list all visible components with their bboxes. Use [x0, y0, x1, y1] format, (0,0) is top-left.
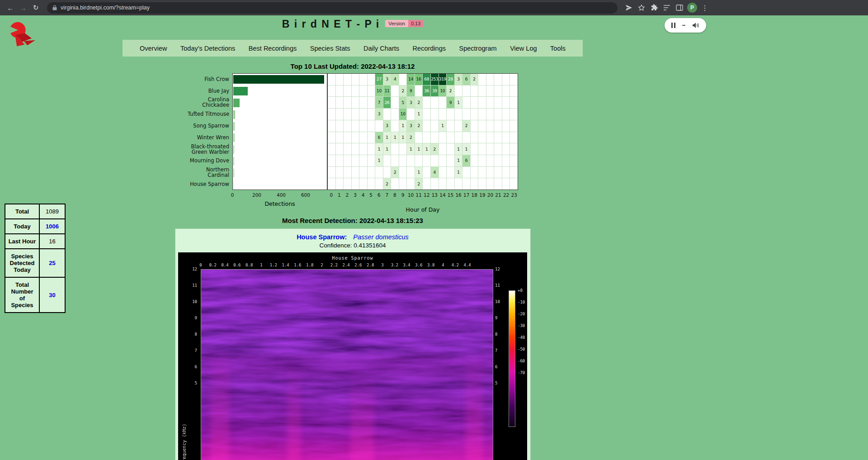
back-button[interactable]: ←: [5, 2, 16, 14]
bar-northern-cardinal: [233, 169, 234, 177]
menu-dots-icon[interactable]: ⋮: [699, 2, 711, 14]
heatmap-cell: [344, 155, 351, 166]
species-latin-link[interactable]: Passer domesticus: [353, 233, 409, 241]
heatmap-cell: [328, 74, 335, 85]
version-badge[interactable]: Version 0.13: [385, 20, 423, 27]
heatmap-cell: 4: [391, 74, 399, 85]
spec-ytick: 10: [178, 299, 197, 304]
bar-xtick: 0: [231, 192, 234, 198]
nav-item-tools[interactable]: Tools: [546, 43, 570, 54]
volume-slider[interactable]: [682, 25, 685, 26]
speaker-icon[interactable]: [692, 22, 699, 28]
heatmap-cell: 319: [439, 74, 447, 85]
heatmap-cell: [494, 74, 502, 85]
address-bar[interactable]: virginia.birdnetpi.com/?stream=play: [47, 2, 618, 14]
nav-item-daily-charts[interactable]: Daily Charts: [359, 43, 404, 54]
heatmap-cell: [494, 167, 502, 178]
heatmap-cell: [502, 155, 510, 166]
nav-item-recordings[interactable]: Recordings: [408, 43, 450, 54]
side-panel-icon[interactable]: [674, 2, 685, 14]
heat-xtick: 21: [495, 192, 501, 198]
nav-item-spectrogram[interactable]: Spectrogram: [455, 43, 501, 54]
bar-house-sparrow: [233, 180, 234, 189]
nav-item-view-log[interactable]: View Log: [505, 43, 541, 54]
heatmap-cell: [344, 85, 351, 97]
bar-blue-jay: [233, 87, 248, 95]
heatmap-cell: 1: [399, 120, 407, 132]
stats-table: Total1089Today1006Last Hour16Species Det…: [5, 204, 66, 313]
heatmap-cell: [368, 178, 375, 190]
nav-item-best-recordings[interactable]: Best Recordings: [244, 43, 301, 54]
spec-ytick: 8: [495, 332, 507, 337]
spec-xtick: 3.8: [427, 263, 434, 267]
spec-ytick: 7: [495, 348, 507, 353]
heatmap-cell: 6: [462, 74, 470, 85]
bookmark-star-icon[interactable]: [636, 2, 647, 14]
colorbar-tick: -50: [518, 347, 525, 351]
spec-ytick: 6: [495, 365, 507, 369]
spec-xtick: 2.8: [367, 263, 374, 267]
heatmap-cell: [502, 178, 510, 190]
heatmap-cell: [431, 155, 439, 166]
most-recent-heading: Most Recent Detection: 2022-04-13 18:15:…: [0, 217, 705, 224]
nav-item-today-s-detections[interactable]: Today's Detections: [176, 43, 240, 54]
heatmap-cell: 1: [415, 109, 423, 120]
heatmap-cell: [439, 132, 447, 143]
heatmap-cell: 2: [415, 120, 423, 132]
heatmap-cell: [423, 167, 430, 178]
heatmap-cell: [328, 178, 335, 190]
heatmap-cell: [407, 109, 415, 120]
stat-value[interactable]: 25: [39, 249, 65, 277]
heatmap-cell: 3: [375, 109, 383, 120]
heatmap-cell: 1: [415, 167, 423, 178]
forward-button[interactable]: →: [17, 2, 29, 14]
extensions-puzzle-icon[interactable]: [648, 2, 660, 14]
heatmap-cell: [510, 132, 518, 143]
reading-list-icon[interactable]: [661, 2, 673, 14]
avatar-letter: P: [687, 3, 697, 13]
colorbar-tick: -60: [518, 359, 525, 363]
heatmap-cell: [359, 120, 367, 132]
heatmap-cell: [328, 143, 335, 155]
stat-value[interactable]: 30: [39, 277, 65, 313]
heatmap-cell: [383, 167, 391, 178]
spec-xtick: 2.2: [330, 263, 338, 267]
heatmap-cell: [510, 167, 518, 178]
heatmap-cell: 10: [439, 85, 447, 97]
pause-button[interactable]: [671, 23, 675, 28]
heatmap-cell: 1: [439, 120, 447, 132]
nav-item-species-stats[interactable]: Species Stats: [306, 43, 355, 54]
heatmap-cell: 9: [407, 85, 415, 97]
heat-xtick: 23: [511, 192, 517, 198]
spec-xtick: 0: [199, 263, 202, 267]
nav-item-overview[interactable]: Overview: [135, 43, 171, 54]
heatmap-cell: [478, 97, 486, 108]
heatmap-cell: [478, 178, 486, 190]
bar-tufted-titmouse: [233, 110, 235, 119]
colorbar-tick: -30: [518, 323, 525, 328]
heatmap-cell: 1: [462, 143, 470, 155]
heatmap-cell: [462, 85, 470, 97]
heatmap-cell: [494, 97, 502, 108]
heatmap-cell: [336, 143, 344, 155]
heatmap-cell: [352, 85, 359, 97]
heatmap-cell: [375, 178, 383, 190]
stat-label: Total: [5, 204, 39, 219]
heatmap-cell: [383, 109, 391, 120]
heatmap-cell: [415, 132, 423, 143]
heatmap-cell: 1: [375, 143, 383, 155]
heatmap-cell: [383, 155, 391, 166]
heatmap-cell: [439, 155, 447, 166]
heatmap-cell: [462, 132, 470, 143]
heatmap-cell: 26: [383, 97, 391, 108]
stat-label: Last Hour: [5, 234, 39, 249]
heatmap-cell: [471, 167, 478, 178]
heatmap-cell: [510, 109, 518, 120]
heatmap-cell: 1: [415, 143, 423, 155]
reload-button[interactable]: ↻: [30, 2, 42, 14]
stat-value[interactable]: 1006: [39, 219, 65, 234]
profile-avatar[interactable]: P: [686, 2, 698, 14]
heatmap-cell: 28: [447, 74, 454, 85]
species-common-link[interactable]: House Sparrow:: [297, 233, 347, 241]
send-icon[interactable]: [623, 2, 635, 14]
